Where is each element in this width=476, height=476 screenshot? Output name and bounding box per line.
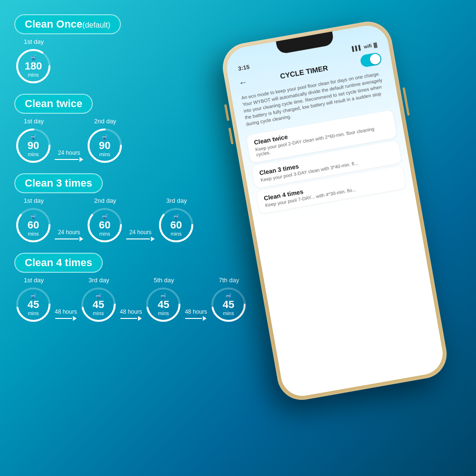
clean-once-label: Clean Once (25, 18, 82, 30)
section-clean-4-times: Clean 4 times 1st day 🤿 45 mins (14, 253, 219, 324)
left-infographic-panel: Clean Once(default) 1st day 🤿 180 mins (0, 0, 228, 476)
four-connector2: 48 hours (118, 308, 145, 321)
three-day2-label: 2nd day (94, 197, 116, 204)
four-interval2: 48 hours (120, 308, 142, 315)
twice-timer1: 🤿 90 mins (14, 127, 52, 165)
battery-icon: ▓ (373, 42, 377, 48)
section-clean-3-times: Clean 3 times 1st day 🤿 60 mins (14, 173, 219, 244)
three-timer1: 🤿 60 mins (14, 206, 52, 244)
wifi-icon: wifi (363, 43, 372, 50)
four-mins3-num: 45 (158, 299, 169, 310)
clean-twice-badge: Clean twice (14, 94, 93, 114)
section-clean-once: Clean Once(default) 1st day 🤿 180 mins (14, 14, 219, 85)
clean-4-label: Clean 4 times (25, 257, 92, 268)
four-timer3: 🤿 45 mins (144, 286, 182, 324)
clean3-day1: 1st day 🤿 60 mins (14, 197, 52, 244)
clean-once-timer: 🤿 180 mins (14, 47, 52, 85)
four-day4-label: 7th day (219, 277, 239, 284)
three-day3-label: 3rd day (166, 197, 187, 204)
three-mins2-num: 60 (99, 219, 110, 231)
four-interval1: 48 hours (55, 308, 77, 315)
four-interval3: 48 hours (185, 308, 207, 315)
twice-day2-label: 2nd day (94, 118, 116, 125)
four-timer2: 🤿 45 mins (79, 286, 118, 324)
clean-once-suffix: (default) (82, 21, 110, 29)
section-clean-twice: Clean twice 1st day 🤿 90 mins (14, 94, 219, 165)
clean-twice-day2: 2nd day 🤿 90 mins (86, 118, 124, 165)
cycle-timer-toggle[interactable] (359, 52, 382, 68)
three-timer3: 🤿 60 mins (157, 206, 195, 244)
three-mins1-num: 60 (28, 219, 39, 231)
four-mins4-num: 45 (223, 299, 234, 310)
clean-4-badge: Clean 4 times (14, 253, 103, 273)
twice-timer2: 🤿 90 mins (86, 127, 124, 165)
twice-day1-label: 1st day (24, 118, 44, 125)
three-connector1: 24 hours (52, 229, 86, 241)
clean-twice-day1: 1st day 🤿 90 mins (14, 118, 52, 165)
four-day3-label: 5th day (154, 277, 174, 284)
three-connector2: 24 hours (124, 229, 157, 241)
clean4-day4: 7th day 🤿 45 mins (209, 277, 248, 324)
four-connector1: 48 hours (52, 308, 79, 321)
clean-once-mins-num: 180 (25, 60, 42, 72)
three-mins3-num: 60 (170, 219, 182, 231)
three-timer2: 🤿 60 mins (86, 206, 124, 244)
clean4-day2: 3rd day 🤿 45 mins (79, 277, 118, 324)
clean3-day3: 3rd day 🤿 60 mins (157, 197, 195, 244)
clean-twice-label: Clean twice (25, 98, 82, 109)
signal-icon: ▌▌▌ (351, 44, 362, 51)
clean3-day2: 2nd day 🤿 60 mins (86, 197, 124, 244)
clean-once-mins-label: mins (25, 72, 42, 78)
twice-connector1: 24 hours (52, 149, 86, 162)
clean-once-badge: Clean Once(default) (14, 14, 121, 34)
three-day1-label: 1st day (24, 197, 44, 204)
clock-display: 3:15 (238, 63, 250, 72)
three-interval1: 24 hours (58, 229, 80, 236)
four-mins2-num: 45 (92, 299, 104, 310)
back-button[interactable]: ← (238, 77, 248, 88)
three-interval2: 24 hours (129, 229, 152, 236)
power-button (402, 87, 409, 116)
twice-mins2-num: 90 (99, 140, 110, 151)
clean4-day3: 5th day 🤿 45 mins (144, 277, 182, 324)
clean-once-day1-label: 1st day (24, 38, 44, 45)
four-mins1-num: 45 (28, 299, 39, 310)
screen-title: CYCLE TIMER (279, 63, 328, 79)
clean-3-badge: Clean 3 times (14, 173, 103, 193)
clean-once-day1: 1st day 🤿 180 mins (14, 38, 52, 85)
four-connector3: 48 hours (182, 308, 209, 321)
four-day2-label: 3rd day (89, 277, 109, 284)
clean4-day1: 1st day 🤿 45 mins (14, 277, 52, 324)
four-timer1: 🤿 45 mins (14, 286, 52, 324)
twice-interval1: 24 hours (58, 149, 80, 156)
four-day1-label: 1st day (24, 277, 44, 284)
twice-mins1-num: 90 (28, 140, 39, 151)
clean-3-label: Clean 3 times (25, 177, 92, 189)
four-timer4: 🤿 45 mins (209, 286, 248, 324)
